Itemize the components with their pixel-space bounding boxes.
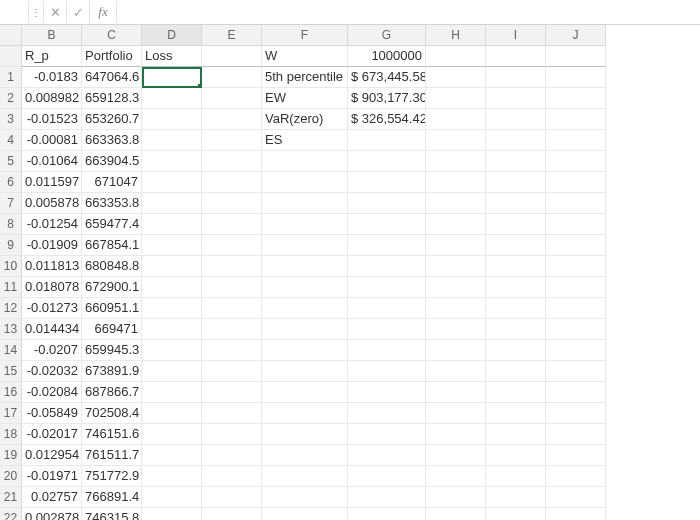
cell-J20[interactable] <box>546 466 606 487</box>
col-header-D[interactable]: D <box>142 25 202 46</box>
cell-H18[interactable] <box>426 424 486 445</box>
label-cell-9[interactable] <box>546 46 606 67</box>
cell-H12[interactable] <box>426 298 486 319</box>
cell-I19[interactable] <box>486 445 546 466</box>
cell-F19[interactable] <box>262 445 348 466</box>
cell-B16[interactable]: -0.02084 <box>22 382 82 403</box>
cell-I9[interactable] <box>486 235 546 256</box>
cell-C11[interactable]: 672900.1 <box>82 277 142 298</box>
cell-G6[interactable] <box>348 172 426 193</box>
cell-H1[interactable] <box>426 67 486 88</box>
cell-E21[interactable] <box>202 487 262 508</box>
cell-G15[interactable] <box>348 361 426 382</box>
cell-D18[interactable] <box>142 424 202 445</box>
cell-D16[interactable] <box>142 382 202 403</box>
cell-G21[interactable] <box>348 487 426 508</box>
cell-E6[interactable] <box>202 172 262 193</box>
cell-B11[interactable]: 0.018078 <box>22 277 82 298</box>
cell-D4[interactable] <box>142 130 202 151</box>
cell-E7[interactable] <box>202 193 262 214</box>
cell-D5[interactable] <box>142 151 202 172</box>
cell-J2[interactable] <box>546 88 606 109</box>
cell-D6[interactable] <box>142 172 202 193</box>
cell-D9[interactable] <box>142 235 202 256</box>
cell-C14[interactable]: 659945.3 <box>82 340 142 361</box>
cell-F4[interactable]: ES <box>262 130 348 151</box>
cell-B7[interactable]: 0.005878 <box>22 193 82 214</box>
label-cell-6[interactable]: 1000000 <box>348 46 426 67</box>
cell-D17[interactable] <box>142 403 202 424</box>
cell-E3[interactable] <box>202 109 262 130</box>
row-header-labels[interactable] <box>0 46 22 67</box>
cell-I20[interactable] <box>486 466 546 487</box>
cell-G9[interactable] <box>348 235 426 256</box>
cell-J19[interactable] <box>546 445 606 466</box>
cell-J18[interactable] <box>546 424 606 445</box>
cell-H6[interactable] <box>426 172 486 193</box>
cell-G12[interactable] <box>348 298 426 319</box>
col-header-I[interactable]: I <box>486 25 546 46</box>
row-header-21[interactable]: 21 <box>0 487 22 508</box>
cell-I22[interactable] <box>486 508 546 520</box>
cell-B19[interactable]: 0.012954 <box>22 445 82 466</box>
row-header-9[interactable]: 9 <box>0 235 22 256</box>
cell-F12[interactable] <box>262 298 348 319</box>
row-header-22[interactable]: 22 <box>0 508 22 520</box>
cell-D3[interactable] <box>142 109 202 130</box>
cell-J4[interactable] <box>546 130 606 151</box>
cell-J11[interactable] <box>546 277 606 298</box>
cell-F21[interactable] <box>262 487 348 508</box>
cell-I10[interactable] <box>486 256 546 277</box>
cell-C2[interactable]: 659128.3 <box>82 88 142 109</box>
cell-I4[interactable] <box>486 130 546 151</box>
formula-input[interactable] <box>117 1 700 23</box>
cell-D11[interactable] <box>142 277 202 298</box>
cell-E1[interactable] <box>202 67 262 88</box>
row-header-8[interactable]: 8 <box>0 214 22 235</box>
cell-J3[interactable] <box>546 109 606 130</box>
cell-D13[interactable] <box>142 319 202 340</box>
cell-I8[interactable] <box>486 214 546 235</box>
cell-B21[interactable]: 0.02757 <box>22 487 82 508</box>
cell-E5[interactable] <box>202 151 262 172</box>
cell-D14[interactable] <box>142 340 202 361</box>
cell-D2[interactable] <box>142 88 202 109</box>
cell-J15[interactable] <box>546 361 606 382</box>
cell-D8[interactable] <box>142 214 202 235</box>
cell-J16[interactable] <box>546 382 606 403</box>
cell-C13[interactable]: 669471 <box>82 319 142 340</box>
col-header-H[interactable]: H <box>426 25 486 46</box>
cell-I2[interactable] <box>486 88 546 109</box>
cell-D19[interactable] <box>142 445 202 466</box>
cell-B13[interactable]: 0.014434 <box>22 319 82 340</box>
row-header-14[interactable]: 14 <box>0 340 22 361</box>
row-header-5[interactable]: 5 <box>0 151 22 172</box>
cell-F9[interactable] <box>262 235 348 256</box>
cell-H21[interactable] <box>426 487 486 508</box>
cell-D22[interactable] <box>142 508 202 520</box>
cell-I6[interactable] <box>486 172 546 193</box>
cell-G14[interactable] <box>348 340 426 361</box>
cell-G16[interactable] <box>348 382 426 403</box>
cell-C5[interactable]: 663904.5 <box>82 151 142 172</box>
cell-I16[interactable] <box>486 382 546 403</box>
cell-C22[interactable]: 746315.8 <box>82 508 142 520</box>
cell-G13[interactable] <box>348 319 426 340</box>
cell-H5[interactable] <box>426 151 486 172</box>
cell-B15[interactable]: -0.02032 <box>22 361 82 382</box>
row-header-10[interactable]: 10 <box>0 256 22 277</box>
col-header-G[interactable]: G <box>348 25 426 46</box>
cell-D7[interactable] <box>142 193 202 214</box>
cell-H8[interactable] <box>426 214 486 235</box>
label-cell-1[interactable]: R_p <box>22 46 82 67</box>
cell-D1[interactable] <box>142 67 202 88</box>
cell-H10[interactable] <box>426 256 486 277</box>
cell-F22[interactable] <box>262 508 348 520</box>
cell-G1[interactable]: $ 673,445.58 <box>348 67 426 88</box>
cell-E11[interactable] <box>202 277 262 298</box>
cell-H11[interactable] <box>426 277 486 298</box>
cell-I12[interactable] <box>486 298 546 319</box>
cell-B9[interactable]: -0.01909 <box>22 235 82 256</box>
cell-C10[interactable]: 680848.8 <box>82 256 142 277</box>
cell-E2[interactable] <box>202 88 262 109</box>
